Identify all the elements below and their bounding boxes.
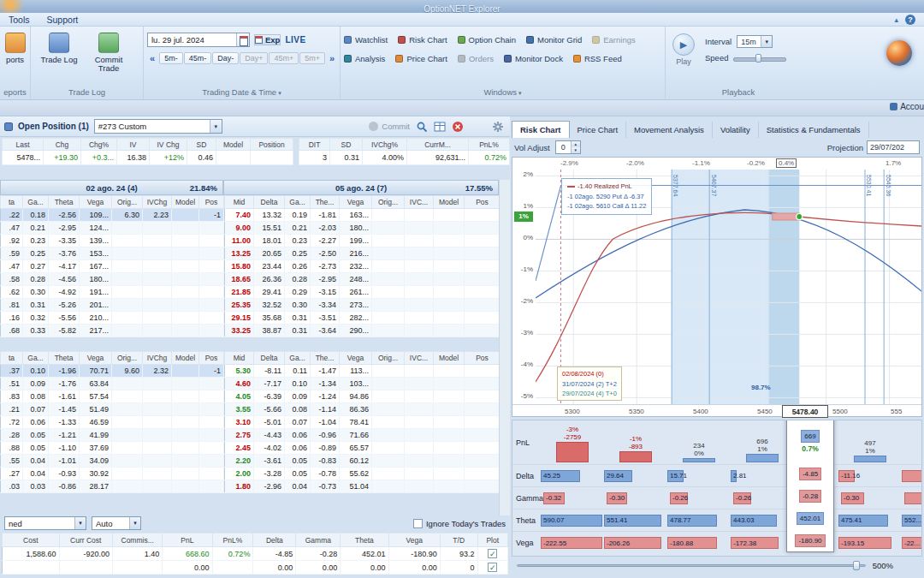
ribbon-collapse-icon[interactable]: ▴	[894, 15, 898, 24]
time-nav-button[interactable]: 45m-	[184, 52, 212, 64]
column-header[interactable]: Pos	[199, 196, 224, 209]
speed-slider-handle[interactable]	[755, 54, 761, 63]
column-header[interactable]: Model	[434, 352, 465, 365]
column-header[interactable]: Delta	[253, 533, 296, 547]
column-header[interactable]: Vega	[80, 352, 112, 365]
column-header[interactable]: Cost	[3, 533, 60, 547]
column-header[interactable]: IVChg	[143, 352, 172, 365]
grid-view-icon[interactable]	[433, 120, 446, 133]
column-header[interactable]: The...	[311, 196, 340, 209]
window-toggle[interactable]: Earnings	[592, 35, 636, 45]
option-row[interactable]: .28 0.05 -1.21 41.99	[1, 429, 224, 442]
option-row[interactable]: 3.10 -5.01 0.07 -1.04 78.41	[225, 416, 500, 429]
option-row[interactable]: .21 0.07 -1.45 51.49	[1, 403, 224, 416]
window-toggle[interactable]: RSS Feed	[573, 54, 622, 63]
option-row[interactable]: .83 0.08 -1.61 57.54	[1, 390, 224, 403]
column-header[interactable]: Orig...	[372, 196, 405, 209]
option-row[interactable]: 15.80 23.44 0.26 -2.73 232...	[225, 260, 500, 273]
option-row[interactable]: .51 0.09 -1.76 63.84	[1, 378, 224, 390]
option-row[interactable]: .88 0.05 -1.10 37.69	[1, 442, 224, 455]
gear-icon[interactable]	[491, 120, 504, 133]
commit-button[interactable]: Commit	[369, 122, 410, 131]
column-header[interactable]: Vega	[340, 196, 372, 209]
chart-tab[interactable]: Price Chart	[570, 122, 627, 138]
window-toggle[interactable]: Risk Chart	[398, 35, 447, 45]
column-header[interactable]: Model	[172, 352, 199, 365]
column-header[interactable]: Pos	[199, 352, 224, 365]
column-header[interactable]: T/D	[440, 533, 477, 547]
ignore-trades-checkbox[interactable]	[413, 519, 423, 528]
window-toggle[interactable]: Price Chart	[395, 54, 447, 63]
chart-tab[interactable]: Risk Chart	[512, 121, 570, 138]
column-header[interactable]: Theta	[49, 352, 80, 365]
speed-slider[interactable]	[733, 54, 786, 63]
option-row[interactable]: 2.75 -4.43 0.06 -0.96 71.66	[225, 429, 500, 442]
option-row[interactable]: 7.40 13.32 0.19 -1.81 163...	[225, 209, 500, 222]
vol-adjust-stepper[interactable]: 0 ▴▾	[555, 140, 581, 154]
projection-date-select[interactable]: 29/07/202	[867, 140, 920, 154]
option-row[interactable]: .81 0.31 -5.26 201...	[1, 299, 224, 312]
time-nav-button[interactable]: 45m+	[269, 52, 299, 64]
column-header[interactable]: PnL	[163, 533, 212, 547]
time-nav-button[interactable]: Day-	[212, 52, 239, 64]
option-row[interactable]: .27 0.04 -0.93 30.92	[1, 468, 224, 480]
option-row[interactable]: 11.00 18.01 0.23 -2.27 199...	[225, 235, 500, 247]
window-toggle[interactable]: Orders	[458, 54, 494, 63]
option-row[interactable]: .22 0.18 -2.56 109... 6.30 2.23 -1	[1, 209, 224, 222]
option-row[interactable]: 1.80 -2.96 0.04 -0.73 51.04	[225, 480, 500, 493]
interval-select[interactable]: 15m▾	[737, 35, 773, 48]
column-header[interactable]: IVChg	[143, 196, 172, 209]
column-header[interactable]: Gamma	[296, 533, 341, 547]
column-header[interactable]: Orig...	[112, 352, 143, 365]
help-icon[interactable]: ?	[905, 15, 915, 25]
column-header[interactable]: Mid	[225, 352, 254, 365]
zoom-slider[interactable]	[517, 564, 866, 567]
zoom-slider-handle[interactable]	[853, 561, 860, 570]
column-header[interactable]: Curr Cost	[59, 533, 112, 547]
option-row[interactable]: .59 0.25 -3.76 153...	[1, 247, 224, 260]
chart-tab[interactable]: Volatility	[713, 122, 759, 138]
time-nav-button[interactable]: Day+	[240, 52, 268, 64]
window-toggle[interactable]: Option Chain	[458, 35, 516, 45]
option-row[interactable]: .92 0.23 -3.35 139...	[1, 235, 224, 247]
option-row[interactable]: 4.05 -6.39 0.09 -1.24 94.86	[225, 390, 500, 403]
plot-checkbox[interactable]	[488, 563, 497, 572]
option-row[interactable]: .37 0.10 -1.96 70.71 9.60 2.32 -1	[1, 365, 224, 378]
commit-trade-button[interactable]: Commit Trade	[84, 30, 133, 73]
column-header[interactable]: Vega	[388, 533, 440, 547]
column-header[interactable]: ta	[1, 196, 23, 209]
column-header[interactable]: Orig...	[372, 352, 405, 365]
plot-checkbox[interactable]	[488, 549, 497, 558]
time-nav-button[interactable]: 5m+	[299, 52, 325, 64]
option-row[interactable]: 33.25 38.87 0.31 -3.64 290...	[225, 325, 500, 337]
window-toggle[interactable]: Watchlist	[344, 35, 388, 45]
column-header[interactable]: Ga...	[23, 352, 49, 365]
column-header[interactable]: Pos	[465, 352, 500, 365]
column-header[interactable]: ta	[1, 352, 23, 365]
play-button[interactable]: ▶	[672, 33, 695, 56]
calendar-icon[interactable]	[236, 33, 249, 46]
column-header[interactable]: Vega	[80, 196, 112, 209]
option-row[interactable]: .72 0.06 -1.33 46.59	[1, 416, 224, 429]
view-mode-select[interactable]: ned▾	[4, 516, 86, 530]
option-row[interactable]: .16 0.32 -5.56 210...	[1, 312, 224, 325]
trade-log-button[interactable]: Trade Log	[34, 30, 84, 64]
window-toggle[interactable]: Monitor Grid	[526, 35, 582, 45]
chart-tab[interactable]: Movement Analysis	[626, 122, 713, 138]
column-header[interactable]: Delta	[254, 196, 285, 209]
group-launcher-icon[interactable]: ▾	[518, 90, 522, 96]
menu-support[interactable]: Support	[38, 15, 87, 25]
column-header[interactable]: Model	[434, 196, 465, 209]
column-header[interactable]: Theta	[49, 196, 80, 209]
option-row[interactable]: .68 0.33 -5.82 217...	[1, 325, 224, 337]
option-row[interactable]: 13.25 20.65 0.25 -2.50 216...	[225, 247, 500, 260]
spin-up-icon[interactable]: ▴	[572, 141, 580, 147]
strategy-select[interactable]: #273 Custom▾	[94, 119, 222, 134]
column-header[interactable]: IVC...	[405, 352, 434, 365]
option-row[interactable]: 25.35 32.52 0.30 -3.34 273...	[225, 299, 500, 312]
column-header[interactable]: Theta	[341, 533, 388, 547]
option-row[interactable]: 5.30 -8.11 0.11 -1.47 113...	[225, 365, 500, 378]
option-row[interactable]: .58 0.28 -4.56 180...	[1, 273, 224, 286]
expiration-header-02ago[interactable]: 02 ago. 24 (4) 21.84%	[0, 180, 223, 195]
column-header[interactable]: Vega	[340, 352, 372, 365]
